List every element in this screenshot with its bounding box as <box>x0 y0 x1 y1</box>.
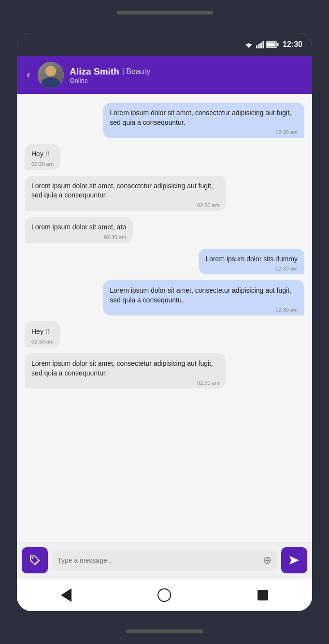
message-bubble: Lorem ipsum dolor sit amet, ato02:30 am <box>25 217 133 243</box>
message-text: Lorem ipsum dolor sit amet, consectetur … <box>31 359 213 377</box>
back-button[interactable]: ‹ <box>25 67 32 83</box>
phone-notch-top <box>116 11 213 15</box>
message-bubble: Lorem ipsum dolor sit amet, consectetur … <box>103 103 304 138</box>
message-time: 02:30 am <box>31 339 54 344</box>
avatar-head <box>45 66 56 76</box>
message-time: 02:30 am <box>110 307 298 313</box>
message-bubble: Hey !!02:30 am <box>25 321 60 347</box>
message-bubble: Lorem ipsum dolor sit amet, consectetur … <box>25 353 226 389</box>
send-icon <box>288 555 300 566</box>
avatar-image <box>38 62 64 88</box>
tag-button[interactable] <box>22 547 48 573</box>
battery-icon <box>266 41 279 48</box>
status-time: 12:30 <box>283 40 302 49</box>
nav-home-button[interactable] <box>155 586 173 604</box>
phone-frame: 12:30 ‹ Aliza Smith | Beauty Online Lore… <box>0 0 329 644</box>
avatar <box>38 62 64 88</box>
nav-back-button[interactable] <box>57 586 75 604</box>
status-icons <box>244 41 279 48</box>
message-text: Lorem ipsum dolor sits dummy <box>205 255 298 263</box>
message-time: 02:30 am <box>31 234 126 240</box>
message-time: 02:30 am <box>31 161 54 167</box>
message-text: Hey !! <box>31 328 49 335</box>
message-bubble: Lorem ipsum dolor sit amet, consectetur … <box>103 280 304 315</box>
text-input-area[interactable]: ⊕ <box>52 550 277 571</box>
message-time: 02:30 am <box>205 266 298 271</box>
tag-icon <box>29 554 41 567</box>
phone-screen: 12:30 ‹ Aliza Smith | Beauty Online Lore… <box>17 33 312 611</box>
svg-marker-11 <box>289 556 299 565</box>
send-button[interactable] <box>281 547 307 573</box>
svg-rect-5 <box>260 43 262 48</box>
message-text: Lorem ipsum dolor sit amet, ato <box>31 223 126 231</box>
svg-rect-4 <box>258 44 260 48</box>
wifi-icon <box>244 41 254 48</box>
header-name: Aliza Smith <box>70 66 119 77</box>
chat-area: Lorem ipsum dolor sit amet, consectetur … <box>17 94 312 542</box>
status-bar: 12:30 <box>17 33 312 56</box>
avatar-body <box>42 77 60 88</box>
svg-rect-8 <box>277 43 279 46</box>
message-text: Hey !! <box>31 150 49 158</box>
home-circle-icon <box>157 588 171 602</box>
nav-recent-button[interactable] <box>254 586 272 604</box>
header-info: Aliza Smith | Beauty Online <box>70 66 150 84</box>
message-bubble: Lorem ipsum dolor sits dummy02:30 am <box>199 249 304 275</box>
header-status: Online <box>70 77 150 84</box>
message-time: 02:30 am <box>31 202 219 208</box>
message-text: Lorem ipsum dolor sit amet, consectetur … <box>110 109 291 126</box>
input-bar: ⊕ <box>17 542 312 578</box>
svg-point-10 <box>32 557 33 559</box>
message-time: 02:30 am <box>110 129 298 135</box>
bottom-nav <box>17 578 312 611</box>
svg-rect-6 <box>263 41 264 48</box>
message-text: Lorem ipsum dolor sit amet, consectetur … <box>31 182 213 199</box>
svg-rect-3 <box>256 45 257 48</box>
header-separator: | Beauty <box>122 67 150 76</box>
message-time: 02:30 am <box>31 380 219 386</box>
phone-notch-bottom <box>126 629 203 633</box>
back-triangle-icon <box>61 588 72 602</box>
message-bubble: Hey !!02:30 am <box>25 144 60 170</box>
message-text: Lorem ipsum dolor sit amet, consectetur … <box>110 286 291 304</box>
svg-rect-9 <box>267 43 276 47</box>
recent-square-icon <box>257 590 268 600</box>
add-button[interactable]: ⊕ <box>263 554 272 567</box>
message-input[interactable] <box>57 556 263 564</box>
chat-header: ‹ Aliza Smith | Beauty Online <box>17 56 312 94</box>
message-bubble: Lorem ipsum dolor sit amet, consectetur … <box>25 176 226 211</box>
signal-icon <box>256 41 264 48</box>
